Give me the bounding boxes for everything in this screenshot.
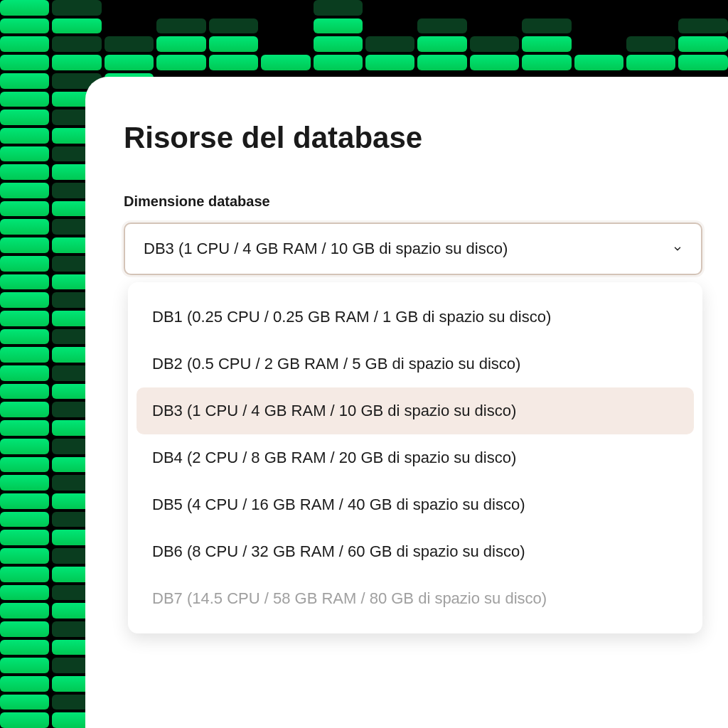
dropdown-option-3[interactable]: DB4 (2 CPU / 8 GB RAM / 20 GB di spazio … [136,434,694,481]
dropdown-option-4[interactable]: DB5 (4 CPU / 16 GB RAM / 40 GB di spazio… [136,481,694,528]
dropdown-option-1[interactable]: DB2 (0.5 CPU / 2 GB RAM / 5 GB di spazio… [136,341,694,387]
dropdown-option-6[interactable]: DB7 (14.5 CPU / 58 GB RAM / 80 GB di spa… [136,575,694,622]
database-size-select[interactable]: DB3 (1 CPU / 4 GB RAM / 10 GB di spazio … [124,223,702,275]
chevron-down-icon [673,244,682,254]
field-label-database-size: Dimensione database [124,193,728,210]
database-resources-panel: Risorse del database Dimensione database… [85,77,728,728]
database-size-dropdown: DB1 (0.25 CPU / 0.25 GB RAM / 1 GB di sp… [128,282,702,633]
dropdown-option-0[interactable]: DB1 (0.25 CPU / 0.25 GB RAM / 1 GB di sp… [136,294,694,341]
panel-title: Risorse del database [124,121,728,155]
select-value: DB3 (1 CPU / 4 GB RAM / 10 GB di spazio … [144,240,508,258]
dropdown-option-5[interactable]: DB6 (8 CPU / 32 GB RAM / 60 GB di spazio… [136,528,694,575]
dropdown-option-2[interactable]: DB3 (1 CPU / 4 GB RAM / 10 GB di spazio … [136,387,694,434]
